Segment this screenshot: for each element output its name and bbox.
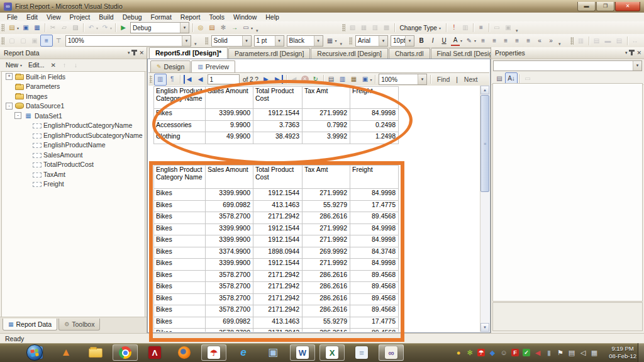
undo-icon[interactable]: ↶▾ — [86, 23, 99, 33]
menu-window[interactable]: Window — [229, 13, 261, 21]
menu-report[interactable]: Report — [176, 13, 205, 21]
tree-item-totalproductcost[interactable]: TotalProductCost — [2, 160, 145, 170]
solution-configurations-combo[interactable]: Debug▾ — [130, 22, 189, 33]
new-project-icon[interactable]: ▤▾ — [6, 23, 20, 33]
pin-icon[interactable] — [631, 50, 633, 55]
align-middles-icon[interactable]: ▬ — [602, 35, 614, 46]
export-icon[interactable]: ▣▾ — [359, 74, 373, 85]
tray-avira-tray-icon[interactable]: ☂ — [477, 348, 486, 357]
tray-update-check-icon[interactable]: ✓ — [522, 348, 531, 357]
panel-menu-icon[interactable]: ▾ — [625, 50, 628, 55]
align-left-icon[interactable]: ≡ — [477, 35, 489, 46]
menu-help[interactable]: Help — [261, 13, 284, 21]
toolbar-grip[interactable] — [150, 76, 152, 83]
tray-tray-clipboard-icon[interactable]: ▦ — [590, 348, 599, 357]
document-tab[interactable]: Charts.rdl — [389, 48, 430, 59]
tray-alert-bell-icon[interactable]: ● — [454, 348, 463, 357]
parameters-toggle-icon[interactable]: ¶ — [167, 74, 178, 85]
bullets-icon[interactable]: ≡ — [511, 35, 523, 46]
border-width-combo[interactable]: 1 pt▾ — [254, 35, 284, 47]
taskbar-item-remote-desktop[interactable]: ▣ — [260, 344, 286, 361]
tray-tray-smiley-icon[interactable]: ☺ — [499, 348, 508, 357]
menu-build[interactable]: Build — [94, 13, 118, 21]
show-diagram-pane-icon[interactable]: ▧ — [347, 23, 358, 33]
tree-item-salesamount[interactable]: SalesAmount — [2, 150, 145, 160]
tray-usb-device-icon[interactable]: ▮ — [545, 348, 553, 357]
close-panel-icon[interactable]: ✕ — [139, 50, 144, 56]
snap-lines-icon[interactable]: ≡ — [40, 35, 53, 47]
start-button[interactable] — [26, 344, 43, 361]
close-button[interactable]: ✕ — [615, 2, 640, 11]
menu-tools[interactable]: Tools — [204, 13, 229, 21]
menu-format[interactable]: Format — [147, 13, 176, 21]
refresh-icon[interactable]: ↻ — [310, 74, 321, 85]
start-debugging-icon[interactable]: ▶ — [118, 23, 129, 33]
move-down-icon[interactable]: ↓ — [70, 60, 82, 71]
report-properties-icon[interactable]: ▣ — [29, 35, 40, 46]
bold-icon[interactable]: B — [416, 35, 427, 46]
scroll-down-icon[interactable]: ▼ — [480, 323, 489, 332]
tree-item-parameters[interactable]: Parameters — [2, 82, 145, 92]
toolbar-overflow-icon[interactable]: ▾ — [254, 28, 260, 34]
menu-debug[interactable]: Debug — [118, 13, 147, 21]
copy-icon[interactable]: ▱ — [58, 23, 70, 33]
show-sql-pane-icon[interactable]: ▥ — [370, 23, 381, 33]
tree-item-englishproductsubcategoryname[interactable]: EnglishProductSubcategoryName — [2, 130, 145, 140]
decrease-indent-icon[interactable]: « — [534, 35, 545, 46]
properties-grid[interactable] — [492, 83, 643, 302]
page-setup-icon[interactable]: ▦ — [348, 74, 359, 85]
current-page-input[interactable]: 1 — [208, 74, 240, 84]
taskbar-item-chrome[interactable] — [113, 344, 138, 361]
dock-tab-toolbox[interactable]: ⚙Toolbox — [58, 319, 100, 331]
align-lefts-icon[interactable]: ▥ — [575, 35, 587, 46]
cut-icon[interactable]: ✂ — [47, 23, 58, 33]
print-icon[interactable]: ▤ — [325, 74, 336, 85]
taskbar-item-vlc-player[interactable]: ▲ — [53, 344, 79, 361]
tree-item-dataset1[interactable]: -▦DataSet1 — [2, 111, 145, 121]
last-page-icon[interactable]: ▶ — [272, 74, 284, 85]
edit-button[interactable]: Edit... — [25, 60, 48, 71]
toolbar-overflow-icon[interactable]: ▾ — [514, 28, 520, 34]
font-size-combo[interactable]: 10pt▾ — [391, 35, 414, 47]
tray-network-icon[interactable]: ▤ — [567, 348, 576, 357]
scroll-up-icon[interactable]: ▲ — [480, 86, 489, 94]
tab-design[interactable]: ✎ Design — [150, 60, 191, 73]
taskbar-item-word[interactable]: W — [290, 344, 315, 361]
add-table-icon[interactable]: ▭ — [491, 23, 502, 33]
align-right-icon[interactable]: ≡ — [500, 35, 511, 46]
paste-icon[interactable]: ▨ — [70, 23, 81, 33]
change-type-button[interactable]: Change Type▾ — [397, 23, 444, 33]
document-map-icon[interactable]: ▥ — [154, 74, 167, 86]
toolbox-tools-icon[interactable]: ✻ — [218, 23, 229, 33]
find-symbol-icon[interactable]: ◎ — [195, 23, 206, 33]
preview-zoom-combo[interactable]: 100%▾ — [379, 74, 427, 85]
toolbar-grip[interactable] — [349, 37, 352, 45]
menu-file[interactable]: File — [3, 13, 22, 21]
command-window-icon[interactable]: ▭▾ — [240, 23, 254, 33]
toolbar-grip[interactable] — [205, 37, 208, 45]
dock-tab-report-data[interactable]: ▦Report Data — [3, 319, 57, 331]
taskbar-item-windows-explorer[interactable] — [83, 344, 108, 361]
find-next-button[interactable]: Next — [460, 76, 482, 83]
pin-icon[interactable] — [133, 50, 135, 55]
report-page-next-icon[interactable]: ▢ — [18, 35, 29, 46]
border-style-combo[interactable]: Solid▾ — [211, 35, 252, 47]
menu-view[interactable]: View — [42, 13, 65, 21]
italic-icon[interactable]: I — [427, 35, 438, 46]
taskbar-item-avira[interactable]: ☂ — [201, 344, 226, 361]
border-color-combo[interactable]: Black▾ — [287, 35, 323, 47]
tab-preview[interactable]: ▥ Preview — [191, 60, 235, 73]
background-color-icon[interactable]: ✎▾ — [464, 35, 477, 46]
align-tops-icon[interactable]: ▤ — [591, 35, 602, 46]
next-page-icon[interactable]: ▶ — [260, 74, 272, 85]
font-family-combo[interactable]: Arial▾ — [355, 35, 388, 47]
vertical-scrollbar[interactable]: ▲ ≡ ▼ — [480, 86, 489, 332]
document-tab[interactable]: Parameters.rdl [Design] — [228, 48, 310, 59]
object-selector-combo[interactable]: ▾ — [493, 60, 642, 71]
save-icon[interactable]: ▣ — [20, 23, 31, 33]
tree-item-englishproductname[interactable]: EnglishProductName — [2, 140, 145, 150]
tree-item-datasource1[interactable]: -DataSource1 — [2, 101, 145, 111]
toolbar-grip[interactable] — [1, 24, 4, 31]
toolbar-grip[interactable] — [570, 37, 574, 45]
panel-menu-icon[interactable]: ▾ — [128, 50, 130, 55]
